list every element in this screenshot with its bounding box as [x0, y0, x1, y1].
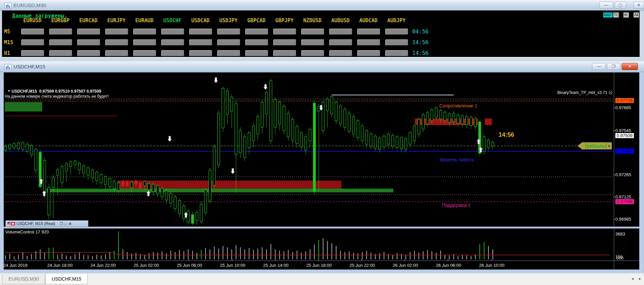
signal-button-gbpjpy-m5[interactable]	[273, 29, 296, 35]
signal-button-usdcad-h1[interactable]	[189, 50, 212, 56]
signal-button-nzdusd-m5[interactable]	[301, 29, 324, 35]
signal-button-usdchf-m5[interactable]	[161, 29, 184, 35]
pair-label-nzdusd: NZDUSD	[301, 18, 324, 24]
row-label-h1: H1	[4, 50, 10, 56]
signal-button-euraud-m15[interactable]	[133, 39, 156, 45]
profit-tag-close-icon[interactable]: ×	[608, 144, 610, 149]
chart-tab-usdchf-m15[interactable]: USDCHF,M15	[45, 274, 88, 284]
tab-scroll-right-icon[interactable]: ▸	[637, 276, 643, 281]
signal-button-usdjpy-h1[interactable]	[217, 50, 240, 56]
price-label-0.97096: 0.97096	[615, 199, 634, 204]
signal-button-euraud-h1[interactable]	[133, 50, 156, 56]
price-label-0.97265: 0.97265	[615, 172, 631, 177]
signal-button-usdcad-m5[interactable]	[189, 29, 212, 35]
minimize-button[interactable]: —	[592, 63, 606, 70]
maximize-button[interactable]: ▢	[615, 2, 626, 9]
signal-button-eurgbp-m15[interactable]	[49, 39, 72, 45]
time-label: 25 Jun 10:00	[220, 263, 245, 268]
time-label: 25 Jun 18:00	[306, 263, 332, 268]
window-eurusd-m30: EURUSD,M30 — ▢ ✕ Данные загружены. EURUS…	[0, 0, 644, 58]
signal-button-eurusd-m15[interactable]	[21, 39, 44, 45]
signal-button-eurjpy-h1[interactable]	[105, 50, 128, 56]
close-button[interactable]: ✕	[634, 2, 644, 9]
signal-button-audjpy-m15[interactable]	[385, 39, 408, 45]
signal-button-gbpjpy-h1[interactable]	[273, 50, 296, 56]
signal-button-audusd-m15[interactable]	[329, 39, 352, 45]
signal-button-usdchf-h1[interactable]	[161, 50, 184, 56]
pane-close-icon[interactable]: ✕	[68, 222, 72, 226]
time-label: 25 Jun 02:00	[134, 263, 159, 268]
countdown-m15: 14:56	[412, 39, 428, 45]
signal-button-eurjpy-m15[interactable]	[105, 39, 128, 45]
indicator-name: BinaryTeam_TP_mt4_v3.71 ☹	[547, 90, 613, 95]
pair-label-eurjpy: EURJPY	[105, 18, 128, 24]
time-label: 24 Jun 2019	[3, 263, 28, 268]
pane-maximize-icon[interactable]: □	[65, 222, 67, 226]
chart-pane-caption[interactable]: USDCHF, M15 (Real) ❐ □ ✕	[5, 220, 88, 227]
price-label-0.97729: 0.97729	[615, 98, 634, 103]
price-label-0.97413: 0.97413	[615, 149, 634, 154]
pair-label-usdjpy: USDJPY	[217, 18, 240, 24]
signal-button-nzdusd-h1[interactable]	[301, 50, 324, 56]
signal-button-audcad-m5[interactable]	[357, 29, 380, 35]
time-label: 24 Jun 18:00	[47, 263, 73, 268]
profit-level-tag[interactable]: рибыль ×	[578, 142, 612, 150]
signal-button-eurcad-h1[interactable]	[77, 50, 100, 56]
symbol-dropdown-icon[interactable]: ▼	[7, 89, 10, 93]
time-label: 25 Jun 22:00	[349, 263, 375, 268]
signal-button-usdcad-m15[interactable]	[189, 39, 212, 45]
titlebar-usdchf[interactable]: USDCHF,M15 — ❐ ✕	[0, 61, 644, 72]
signal-button-eurusd-h1[interactable]	[21, 50, 44, 56]
signal-button-gbpjpy-m15[interactable]	[273, 39, 296, 45]
restore-button[interactable]: ❐	[607, 63, 620, 70]
signal-button-audjpy-m5[interactable]	[385, 29, 408, 35]
signal-button-audusd-h1[interactable]	[329, 50, 352, 56]
window-title: EURUSD,M30	[13, 2, 46, 8]
chart-tab-bar: EURUSD,M30USDCHF,M15 ◂ ▸	[0, 273, 644, 285]
signal-button-usdjpy-m15[interactable]	[217, 39, 240, 45]
signal-button-eurcad-m5[interactable]	[77, 29, 100, 35]
signal-button-eurjpy-m5[interactable]	[105, 29, 128, 35]
chart-client-area[interactable]	[4, 72, 639, 270]
chart-window-icon	[4, 64, 11, 70]
pair-label-usdchf: USDCHF	[161, 18, 184, 24]
toolbar-chip-1[interactable]: ТС	[613, 12, 619, 18]
time-label: 25 Jun 14:00	[263, 263, 288, 268]
signal-button-audcad-h1[interactable]	[357, 50, 380, 56]
signal-button-audcad-m15[interactable]	[357, 39, 380, 45]
signal-button-eurgbp-h1[interactable]	[49, 50, 72, 56]
header-symbol: USDCHF,M15	[11, 89, 37, 94]
annotation-уровень-пивота: Уровень пивота	[439, 157, 474, 162]
signal-button-eurgbp-m5[interactable]	[49, 29, 72, 35]
signal-button-gbpcad-h1[interactable]	[245, 50, 268, 56]
titlebar-eurusd[interactable]: EURUSD,M30 — ▢ ✕	[0, 0, 644, 11]
minimize-button[interactable]: —	[599, 2, 613, 9]
window-title: USDCHF,M15	[13, 64, 45, 69]
price-label-0.97125: 0.97125	[615, 194, 631, 199]
signal-button-audjpy-h1[interactable]	[385, 50, 408, 56]
signal-button-eurcad-m15[interactable]	[77, 39, 100, 45]
pair-label-usdcad: USDCAD	[189, 18, 212, 24]
signal-button-audusd-m5[interactable]	[329, 29, 352, 35]
tab-scroll-left-icon[interactable]: ◂	[629, 276, 636, 281]
signal-button-eurusd-m5[interactable]	[21, 29, 44, 35]
time-label: 26 Jun 10:00	[479, 263, 504, 268]
time-label: 26 Jun 02:00	[393, 263, 418, 268]
toolbar-chip-2[interactable]: НС	[623, 12, 629, 18]
chart-window-icon	[4, 3, 11, 8]
pane-restore-icon[interactable]: ❐	[60, 222, 63, 226]
pair-label-audusd: AUDUSD	[329, 18, 352, 24]
signal-button-gbpcad-m15[interactable]	[245, 39, 268, 45]
indicator-face-icon[interactable]: ☹	[608, 90, 613, 95]
signal-button-nzdusd-m15[interactable]	[301, 39, 324, 45]
signal-button-usdjpy-m5[interactable]	[217, 29, 240, 35]
toolbar-chip-0[interactable]: КАЬТ	[603, 12, 613, 18]
signal-button-gbpcad-m5[interactable]	[245, 29, 268, 35]
toolbar-chip-3[interactable]: ЛА	[634, 12, 639, 18]
volume-scale-label: 3683	[615, 231, 625, 236]
indicator-alert-text: На данном номере счета индикатор работат…	[5, 94, 109, 99]
chart-tab-eurusd-m30[interactable]: EURUSD,M30	[2, 274, 45, 284]
close-button[interactable]: ✕	[622, 63, 638, 70]
signal-button-euraud-m5[interactable]	[133, 29, 156, 35]
signal-button-usdchf-m15[interactable]	[161, 39, 184, 45]
